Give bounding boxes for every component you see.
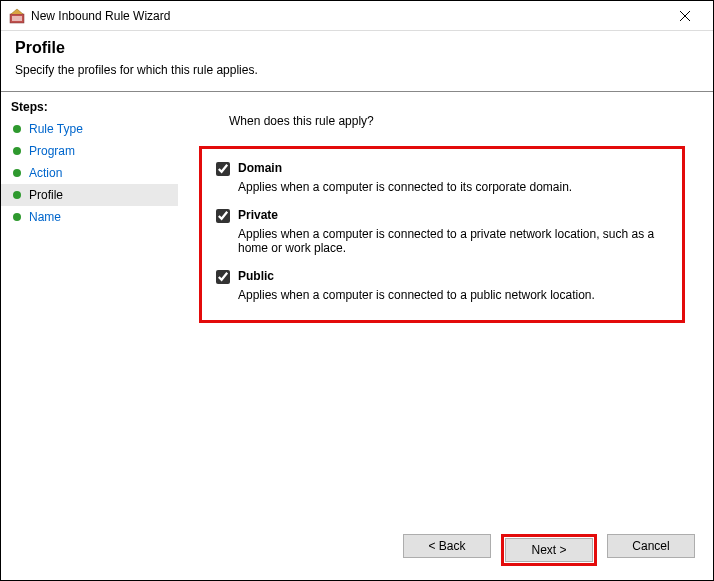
page-title: Profile — [15, 39, 699, 57]
step-label: Profile — [29, 188, 63, 202]
checkbox-desc-private: Applies when a computer is connected to … — [238, 227, 668, 255]
checkbox-label-domain: Domain — [238, 161, 282, 175]
checkbox-row-domain: Domain — [216, 161, 668, 176]
step-label: Rule Type — [29, 122, 83, 136]
step-name[interactable]: Name — [1, 206, 178, 228]
next-highlight: Next > — [501, 534, 597, 566]
header: Profile Specify the profiles for which t… — [1, 31, 713, 91]
step-label: Name — [29, 210, 61, 224]
wizard-window: New Inbound Rule Wizard Profile Specify … — [0, 0, 714, 581]
bullet-icon — [13, 125, 21, 133]
bullet-icon — [13, 213, 21, 221]
checkbox-public[interactable] — [216, 270, 230, 284]
bullet-icon — [13, 169, 21, 177]
checkbox-label-private: Private — [238, 208, 278, 222]
main-panel: When does this rule apply? Domain Applie… — [179, 92, 713, 524]
step-action[interactable]: Action — [1, 162, 178, 184]
step-label: Program — [29, 144, 75, 158]
step-label: Action — [29, 166, 62, 180]
bullet-icon — [13, 191, 21, 199]
body: Steps: Rule Type Program Action Profile … — [1, 92, 713, 524]
steps-heading: Steps: — [1, 96, 178, 118]
app-icon — [9, 8, 25, 24]
step-program[interactable]: Program — [1, 140, 178, 162]
checkbox-desc-public: Applies when a computer is connected to … — [238, 288, 668, 302]
cancel-button[interactable]: Cancel — [607, 534, 695, 558]
checkbox-row-public: Public — [216, 269, 668, 284]
checkbox-row-private: Private — [216, 208, 668, 223]
checkbox-desc-domain: Applies when a computer is connected to … — [238, 180, 668, 194]
checkbox-private[interactable] — [216, 209, 230, 223]
titlebar: New Inbound Rule Wizard — [1, 1, 713, 31]
checkbox-label-public: Public — [238, 269, 274, 283]
back-button[interactable]: < Back — [403, 534, 491, 558]
next-button[interactable]: Next > — [505, 538, 593, 562]
page-subtitle: Specify the profiles for which this rule… — [15, 63, 699, 77]
close-button[interactable] — [665, 2, 705, 30]
svg-rect-1 — [12, 16, 22, 21]
window-title: New Inbound Rule Wizard — [31, 9, 665, 23]
steps-sidebar: Steps: Rule Type Program Action Profile … — [1, 92, 179, 524]
profiles-highlight: Domain Applies when a computer is connec… — [199, 146, 685, 323]
step-profile[interactable]: Profile — [1, 184, 178, 206]
checkbox-domain[interactable] — [216, 162, 230, 176]
footer: < Back Next > Cancel — [1, 524, 713, 580]
step-rule-type[interactable]: Rule Type — [1, 118, 178, 140]
bullet-icon — [13, 147, 21, 155]
question-text: When does this rule apply? — [229, 114, 693, 128]
